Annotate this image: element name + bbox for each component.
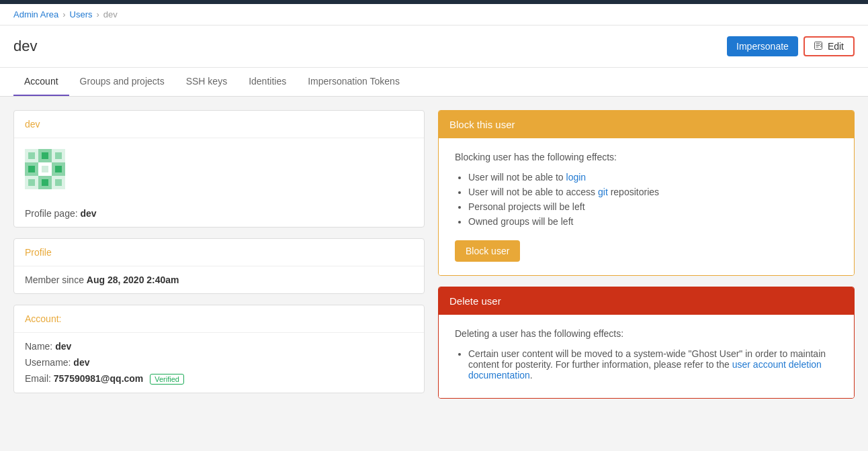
block-card-header: Block this user [439,111,854,138]
email-label: Email: [25,373,51,384]
profile-label: Profile [14,239,424,266]
account-fields: Name: dev Username: dev Email: 757590981… [14,333,424,393]
right-panel: Block this user Blocking user has the fo… [438,110,855,451]
block-user-button[interactable]: Block user [455,240,520,262]
delete-intro: Deleting a user has the following effect… [455,328,838,339]
login-link[interactable]: login [566,172,587,183]
svg-rect-15 [42,166,48,172]
breadcrumb: Admin Area › Users › dev [0,4,868,26]
breadcrumb-sep-2: › [97,9,99,19]
block-intro: Blocking user has the following effects: [455,152,838,162]
svg-rect-11 [28,152,35,159]
account-label: Account: [14,305,424,333]
member-since-label: Member since [25,274,84,285]
svg-rect-18 [42,179,48,186]
name-label: Name: [25,341,52,352]
tab-account[interactable]: Account [13,68,69,96]
delete-effects-list: Certain user content will be moved to a … [468,348,838,381]
user-card: dev [13,110,425,228]
avatar [25,149,65,189]
member-since: Member since Aug 28, 2020 2:40am [14,266,424,293]
delete-effect-1: Certain user content will be moved to a … [468,348,838,381]
profile-card: Profile Member since Aug 28, 2020 2:40am [13,238,425,294]
delete-user-card: Delete user Deleting a user has the foll… [438,287,855,399]
breadcrumb-dev: dev [103,9,118,19]
svg-rect-12 [42,152,48,159]
profile-page-label: Profile page: [25,208,78,219]
svg-rect-17 [28,179,35,186]
block-effect-1: User will not be able to login [468,172,838,183]
breadcrumb-admin-area[interactable]: Admin Area [13,9,58,19]
account-card: Account: Name: dev Username: dev Email: … [13,305,425,393]
name-field: Name: dev [25,341,413,352]
tab-ssh-keys[interactable]: SSH keys [175,68,238,96]
page-title: dev [13,38,37,55]
profile-page: Profile page: dev [14,200,424,227]
svg-rect-13 [55,152,62,159]
block-effect-3: Personal projects will be left [468,201,838,212]
member-since-value: Aug 28, 2020 2:40am [87,274,179,285]
avatar-section [14,138,424,200]
tab-impersonation-tokens[interactable]: Impersonation Tokens [297,68,410,96]
username-value: dev [73,357,89,368]
tab-groups-projects[interactable]: Groups and projects [69,68,175,96]
email-field: Email: 757590981@qq.com Verified [25,373,413,385]
tabs-nav: Account Groups and projects SSH keys Ide… [0,68,868,97]
user-card-username: dev [14,111,424,138]
git-link[interactable]: git [598,187,608,197]
delete-card-header: Delete user [439,287,854,315]
email-value: 757590981@qq.com [54,373,144,384]
page-header: dev Impersonate Edit [0,26,868,68]
block-card-body: Blocking user has the following effects:… [439,138,854,275]
block-effect-4: Owned groups will be left [468,216,838,227]
username-field: Username: dev [25,357,413,368]
svg-rect-14 [28,166,35,172]
profile-page-value: dev [81,208,97,219]
name-value: dev [55,341,71,352]
svg-rect-16 [55,166,62,172]
edit-button[interactable]: Edit [804,36,855,56]
svg-rect-19 [55,179,62,186]
edit-label: Edit [828,41,844,52]
breadcrumb-users[interactable]: Users [70,9,93,19]
block-effects-list: User will not be able to login User will… [468,172,838,227]
edit-icon [814,42,824,51]
block-effect-2: User will not be able to access git repo… [468,187,838,197]
left-panel: dev [13,110,425,451]
breadcrumb-sep-1: › [62,9,65,19]
impersonate-button[interactable]: Impersonate [727,36,798,56]
block-user-card: Block this user Blocking user has the fo… [438,110,855,276]
tab-identities[interactable]: Identities [238,68,297,96]
header-actions: Impersonate Edit [727,36,855,56]
delete-card-body: Deleting a user has the following effect… [439,315,854,398]
main-content: dev [0,97,868,451]
verified-badge: Verified [150,374,184,385]
username-label: Username: [25,357,71,368]
